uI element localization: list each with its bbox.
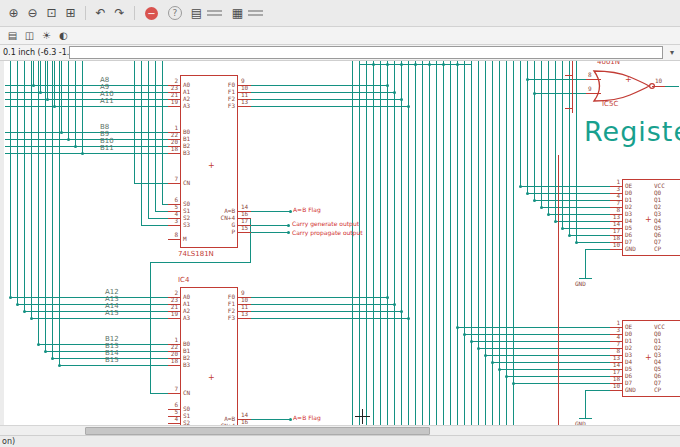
pin-number: 1 bbox=[165, 336, 178, 343]
junction-dot bbox=[456, 326, 459, 329]
wire bbox=[415, 61, 416, 425]
wire bbox=[45, 61, 46, 352]
wire bbox=[569, 61, 570, 236]
junction-dot bbox=[53, 105, 56, 108]
junction-dot bbox=[9, 296, 12, 299]
redo-icon[interactable]: ↷ bbox=[111, 5, 128, 22]
pin-name: D3 bbox=[625, 351, 632, 358]
junction-dot bbox=[386, 63, 389, 66]
pin-name: OE bbox=[625, 182, 632, 189]
wire bbox=[562, 228, 611, 229]
pin-number: 17 bbox=[607, 368, 620, 375]
wire bbox=[579, 418, 592, 419]
pin-number: 20 bbox=[165, 138, 178, 145]
help-icon[interactable]: ? bbox=[168, 6, 182, 20]
junction-dot bbox=[400, 63, 403, 66]
net-label[interactable]: A15 bbox=[105, 309, 119, 317]
pin-number: 14 bbox=[607, 220, 620, 227]
pin-name: GND bbox=[625, 386, 636, 393]
pin-number: 5 bbox=[165, 408, 178, 415]
wire bbox=[75, 61, 76, 147]
zoom-out-icon[interactable]: ⊖ bbox=[24, 5, 41, 22]
pin-number: 16 bbox=[241, 210, 248, 217]
scrollbar-thumb[interactable] bbox=[85, 427, 430, 435]
wire bbox=[555, 61, 556, 222]
origin-cross: + bbox=[645, 354, 652, 362]
wire bbox=[485, 355, 611, 356]
junction-dot bbox=[400, 310, 403, 313]
horizontal-scrollbar[interactable] bbox=[0, 425, 680, 435]
layers-icon[interactable]: ◫ bbox=[22, 28, 37, 43]
design-manager-icon[interactable]: ▤ bbox=[188, 5, 205, 22]
pin-number: 7 bbox=[165, 175, 178, 182]
pin-stub bbox=[238, 318, 251, 319]
junction-dot bbox=[512, 382, 515, 385]
coordinate-display: 0.1 inch (-6.3 -1.5) bbox=[3, 48, 65, 57]
junction-dot bbox=[470, 340, 473, 343]
junction-dot bbox=[74, 145, 77, 148]
pin-name: A=B bbox=[201, 207, 235, 214]
ic-name-label: IC4 bbox=[178, 276, 189, 284]
origin-cross: + bbox=[625, 76, 632, 84]
junction-dot bbox=[81, 152, 84, 155]
wire bbox=[585, 390, 611, 391]
wire bbox=[527, 79, 587, 80]
pin-name: D2 bbox=[625, 203, 632, 210]
pin-name: Q7 bbox=[654, 379, 661, 386]
sheet-icon[interactable]: ▤ bbox=[5, 28, 20, 43]
wire bbox=[5, 99, 169, 100]
pin-number: 4 bbox=[607, 192, 620, 199]
bom-icon[interactable]: ▦ bbox=[229, 5, 246, 22]
pin-number: 3 bbox=[607, 185, 620, 192]
pin-number: 19 bbox=[165, 98, 178, 105]
junction-dot bbox=[39, 91, 42, 94]
junction-dot bbox=[287, 231, 290, 234]
pin-name: B1 bbox=[183, 347, 190, 354]
stop-icon[interactable]: − bbox=[145, 7, 158, 20]
wire bbox=[33, 61, 34, 86]
net-label[interactable]: A11 bbox=[100, 97, 114, 105]
brightness-icon[interactable]: ☀ bbox=[39, 28, 54, 43]
junction-dot bbox=[526, 192, 529, 195]
pin-number: 7 bbox=[607, 340, 620, 347]
net-label[interactable]: B11 bbox=[100, 144, 114, 152]
zoom-select-icon[interactable]: ⊞ bbox=[62, 5, 79, 22]
pin-name: S2 bbox=[183, 214, 190, 221]
pin-number: 19 bbox=[165, 310, 178, 317]
wire bbox=[457, 61, 458, 425]
junction-dot bbox=[287, 224, 290, 227]
pin-name: Q3 bbox=[654, 351, 661, 358]
zoom-in-icon[interactable]: ⊕ bbox=[5, 5, 22, 22]
wire bbox=[248, 311, 402, 312]
symbol-line bbox=[565, 108, 573, 109]
pin-number: 9 bbox=[588, 85, 592, 92]
junction-dot bbox=[32, 84, 35, 87]
wire bbox=[520, 61, 521, 187]
pin-name: D2 bbox=[625, 344, 632, 351]
pin-name: Q1 bbox=[654, 196, 661, 203]
wire bbox=[248, 419, 291, 420]
command-input[interactable] bbox=[69, 46, 663, 59]
wire bbox=[5, 92, 169, 93]
toolbar-button-caption bbox=[207, 9, 222, 17]
pin-number: 17 bbox=[241, 217, 248, 224]
wire bbox=[387, 61, 388, 425]
wire bbox=[359, 61, 360, 425]
junction-dot bbox=[407, 317, 410, 320]
wire bbox=[506, 61, 507, 425]
contrast-icon[interactable]: ◐ bbox=[56, 28, 71, 43]
zoom-fit-icon[interactable]: ⊡ bbox=[43, 5, 60, 22]
command-history-dropdown-icon[interactable]: ▾ bbox=[667, 48, 677, 57]
net-label[interactable]: B15 bbox=[105, 356, 119, 364]
wire bbox=[478, 61, 479, 425]
pin-name: Q6 bbox=[654, 372, 661, 379]
pin-number: 20 bbox=[165, 350, 178, 357]
wire bbox=[150, 262, 251, 263]
schematic-canvas[interactable]: A8A9A10A11B8B9B10B11A12A13A14A15B12B13B1… bbox=[0, 61, 680, 425]
wire bbox=[150, 393, 169, 394]
undo-icon[interactable]: ↶ bbox=[92, 5, 109, 22]
pin-name: Q2 bbox=[654, 344, 661, 351]
pin-name: D4 bbox=[625, 358, 632, 365]
annotation-text: A=B Flag bbox=[293, 414, 321, 421]
pin-number: 10 bbox=[607, 241, 620, 248]
